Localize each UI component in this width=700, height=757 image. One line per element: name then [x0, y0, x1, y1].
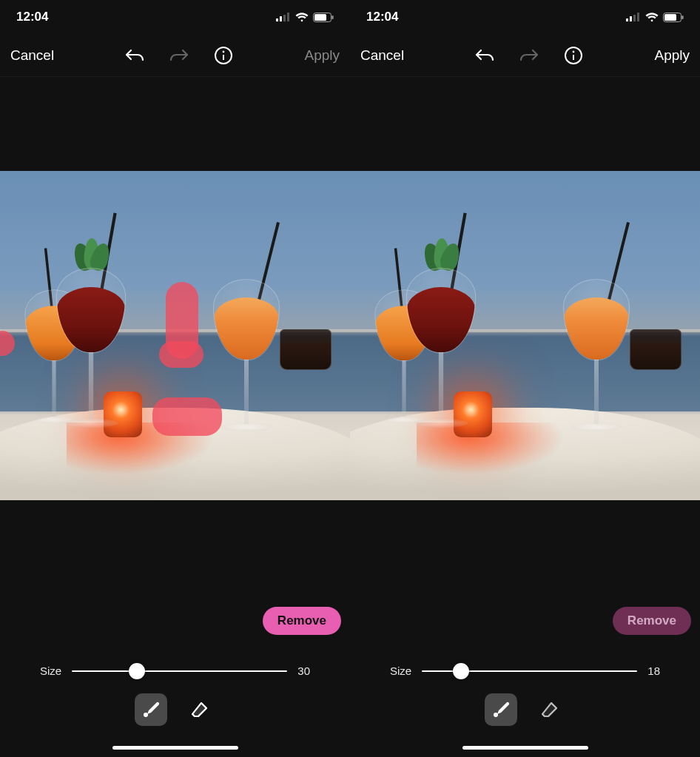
status-indicators: [276, 13, 334, 22]
selection-mark: [159, 341, 203, 368]
size-track[interactable]: [422, 670, 637, 672]
info-icon: [214, 46, 233, 65]
info-button[interactable]: [562, 44, 585, 67]
size-thumb[interactable]: [453, 663, 469, 679]
size-value: 30: [297, 665, 310, 677]
battery-icon: [313, 13, 334, 22]
editor-pane-left: 12:04 Cancel: [0, 0, 350, 757]
svg-rect-0: [276, 18, 278, 21]
brush-icon: [491, 700, 511, 719]
top-toolbar: Cancel Apply: [0, 34, 350, 77]
svg-rect-3: [287, 13, 289, 21]
canvas-area: Remove Size 30: [0, 77, 350, 757]
photo-canvas[interactable]: [350, 171, 700, 500]
status-time: 12:04: [16, 10, 48, 24]
home-indicator[interactable]: [112, 746, 238, 750]
battery-icon: [663, 13, 684, 22]
status-bar: 12:04: [350, 0, 700, 34]
cellular-icon: [626, 13, 641, 21]
top-toolbar: Cancel Apply: [350, 34, 700, 77]
remove-button[interactable]: Remove: [613, 607, 691, 635]
undo-button[interactable]: [123, 44, 147, 67]
tool-picker: [0, 693, 350, 726]
svg-point-19: [573, 50, 575, 53]
redo-icon: [519, 47, 539, 64]
svg-rect-5: [314, 14, 326, 21]
svg-point-10: [144, 713, 148, 717]
svg-rect-13: [633, 15, 636, 21]
svg-rect-1: [280, 16, 282, 21]
cancel-button[interactable]: Cancel: [7, 43, 57, 68]
remove-button[interactable]: Remove: [263, 607, 341, 635]
size-label: Size: [390, 665, 411, 677]
eraser-icon: [540, 700, 559, 719]
undo-button[interactable]: [473, 44, 497, 67]
undo-icon: [474, 47, 495, 64]
status-bar: 12:04: [0, 0, 350, 34]
svg-rect-16: [664, 14, 676, 21]
svg-rect-6: [332, 16, 334, 19]
brush-tool[interactable]: [135, 693, 167, 726]
status-indicators: [626, 13, 684, 22]
home-indicator[interactable]: [462, 746, 588, 750]
redo-button[interactable]: [167, 44, 191, 67]
redo-button[interactable]: [517, 44, 541, 67]
apply-button[interactable]: Apply: [651, 43, 693, 68]
wifi-icon: [645, 13, 659, 22]
editor-pane-right: 12:04 Cancel: [350, 0, 700, 757]
eraser-tool[interactable]: [534, 693, 566, 726]
brush-icon: [141, 700, 161, 719]
status-time: 12:04: [366, 10, 398, 24]
svg-point-21: [494, 713, 498, 717]
undo-icon: [124, 47, 145, 64]
photo-canvas[interactable]: [0, 171, 350, 500]
svg-rect-11: [626, 18, 628, 21]
svg-point-8: [223, 50, 225, 53]
apply-button[interactable]: Apply: [301, 43, 343, 68]
info-button[interactable]: [212, 44, 235, 67]
brush-tool[interactable]: [485, 693, 517, 726]
svg-rect-2: [283, 15, 286, 21]
eraser-icon: [190, 700, 209, 719]
size-label: Size: [40, 665, 61, 677]
cancel-button[interactable]: Cancel: [357, 43, 407, 68]
tool-picker: [350, 693, 700, 726]
brush-size-slider: Size 18: [350, 665, 700, 677]
eraser-tool[interactable]: [184, 693, 216, 726]
size-value: 18: [647, 665, 660, 677]
selection-mark: [152, 397, 222, 436]
wifi-icon: [295, 13, 309, 22]
info-icon: [564, 46, 583, 65]
canvas-area: Remove Size 18: [350, 77, 700, 757]
svg-rect-17: [682, 16, 684, 19]
svg-rect-14: [637, 13, 639, 21]
size-thumb[interactable]: [129, 663, 145, 679]
svg-rect-12: [630, 16, 632, 21]
brush-size-slider: Size 30: [0, 665, 350, 677]
cellular-icon: [276, 13, 291, 21]
size-track[interactable]: [72, 670, 287, 672]
redo-icon: [169, 47, 189, 64]
